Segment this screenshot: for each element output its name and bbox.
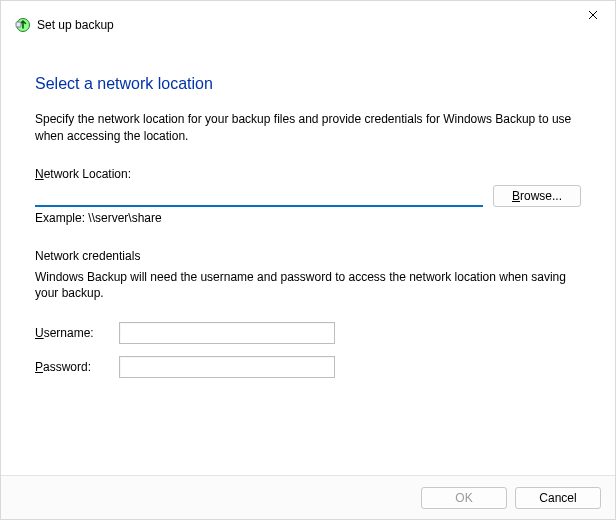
content-area: Select a network location Specify the ne… <box>1 35 615 378</box>
close-icon <box>588 10 598 20</box>
svg-rect-1 <box>16 22 21 27</box>
window-title: Set up backup <box>37 18 114 32</box>
password-input[interactable] <box>119 356 335 378</box>
username-label-rest: sername: <box>44 326 94 340</box>
username-input[interactable] <box>119 322 335 344</box>
browse-label-rest: rowse... <box>520 189 562 203</box>
title-bar: Set up backup <box>1 1 615 35</box>
network-location-input[interactable] <box>35 185 483 207</box>
network-location-accel: N <box>35 167 44 181</box>
password-label-rest: assword: <box>43 360 91 374</box>
password-accel: P <box>35 360 43 374</box>
browse-accel: B <box>512 189 520 203</box>
close-button[interactable] <box>571 1 615 29</box>
password-label: Password: <box>35 360 119 374</box>
browse-button[interactable]: Browse... <box>493 185 581 207</box>
credentials-description: Windows Backup will need the username an… <box>35 269 581 303</box>
username-label: Username: <box>35 326 119 340</box>
page-description: Specify the network location for your ba… <box>35 111 581 145</box>
dialog-footer: OK Cancel <box>1 475 615 519</box>
network-location-label: Network Location: <box>35 167 581 181</box>
ok-button[interactable]: OK <box>421 487 507 509</box>
network-location-label-rest: etwork Location: <box>44 167 131 181</box>
cancel-button[interactable]: Cancel <box>515 487 601 509</box>
username-accel: U <box>35 326 44 340</box>
backup-icon <box>15 17 31 33</box>
example-text: Example: \\server\share <box>35 211 581 225</box>
page-heading: Select a network location <box>35 75 581 93</box>
credentials-heading: Network credentials <box>35 249 581 263</box>
